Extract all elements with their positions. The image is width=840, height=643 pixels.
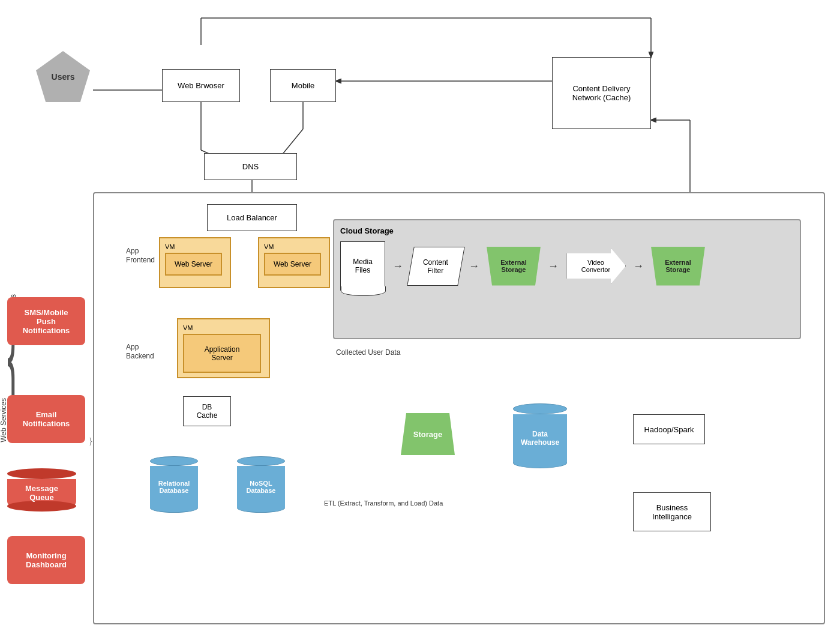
nosql-db-top <box>237 456 285 466</box>
arrow-2: → <box>469 260 479 273</box>
video-convertor-node: Video Convertor <box>566 248 626 284</box>
email-notifications-label: Email Notifications <box>23 410 70 428</box>
video-convertor-label: Video Convertor <box>581 259 610 273</box>
mq-top <box>7 468 76 479</box>
web-browser-node: Web Brwoser <box>162 69 240 102</box>
monitoring-dashboard-node: Monitoring Dashboard <box>7 536 85 584</box>
users-node: Users <box>36 51 90 102</box>
app-frontend-label: App Frontend <box>126 246 155 264</box>
app-server-label: Application Server <box>205 345 240 362</box>
relational-db-node: Relational Database <box>150 456 198 513</box>
business-intel-label: Business Intelligance <box>652 503 692 521</box>
web-services-curly: } <box>89 297 93 585</box>
web-server1-label: Web Server <box>175 260 212 268</box>
arrow-3: → <box>548 260 559 273</box>
nosql-db-body: NoSQL Database <box>237 466 285 508</box>
vm2-outer: VM Web Server <box>258 237 330 288</box>
users-label: Users <box>52 72 75 82</box>
web-server1-node: Web Server <box>165 253 222 276</box>
db-cache-node: DB Cache <box>183 396 231 426</box>
load-balancer-node: Load Balancer <box>207 204 297 231</box>
sms-notifications-node: SMS/Mobile Push Notifications <box>7 297 85 345</box>
nosql-db-label: NoSQL Database <box>247 480 276 494</box>
cloud-storage-area: Cloud Storage Media Files → Content Filt… <box>333 219 801 339</box>
app-server-node: Application Server <box>183 334 261 373</box>
message-queue-label: Message Queue <box>25 484 58 502</box>
content-filter-node: Content Filter <box>407 247 464 286</box>
hadoop-spark-label: Hadoop/Spark <box>644 425 694 434</box>
arrow-1: → <box>392 260 403 273</box>
dns-label: DNS <box>242 162 259 171</box>
web-server2-node: Web Server <box>264 253 321 276</box>
sms-notifications-label: SMS/Mobile Push Notifications <box>23 308 70 335</box>
diagram-container: Users Web Brwoser Mobile DNS Content Del… <box>0 0 840 643</box>
web-browser-label: Web Brwoser <box>178 81 224 90</box>
web-services-vert-label: Web Services <box>0 360 7 480</box>
external-storage1-node: External Storage <box>487 247 541 286</box>
data-warehouse-label: Data Warehouse <box>521 430 559 447</box>
cdn-node: Content Delivery Network (Cache) <box>552 57 651 129</box>
hadoop-spark-node: Hadoop/Spark <box>633 414 705 444</box>
dns-node: DNS <box>204 153 297 180</box>
db-cache-label: DB Cache <box>197 403 218 420</box>
app-backend-label: App Backend <box>126 342 154 360</box>
mobile-node: Mobile <box>270 69 336 102</box>
dw-top <box>513 403 567 414</box>
vm3-outer: VM Application Server <box>177 318 270 378</box>
dw-body: Data Warehouse <box>513 414 567 462</box>
vm1-outer: VM Web Server <box>159 237 231 288</box>
users-shape: Users <box>36 51 90 102</box>
external-storage2-label: External Storage <box>665 259 691 273</box>
message-queue-node: Message Queue <box>7 468 76 512</box>
arrow-4: → <box>633 260 644 273</box>
web-server2-label: Web Server <box>274 260 311 268</box>
mobile-label: Mobile <box>292 81 314 90</box>
collected-user-data-label: Collected User Data <box>336 348 400 357</box>
data-warehouse-node: Data Warehouse <box>513 403 567 468</box>
external-storage1-label: External Storage <box>500 259 526 273</box>
mq-bottom <box>7 501 76 512</box>
content-filter-label: Content Filter <box>423 258 448 274</box>
cloud-storage-label: Cloud Storage <box>340 226 794 235</box>
monitoring-dashboard-label: Monitoring Dashboard <box>26 551 67 569</box>
relational-db-label: Relational Database <box>158 480 190 494</box>
load-balancer-label: Load Balancer <box>227 213 277 222</box>
relational-db-top <box>150 456 198 466</box>
etl-label: ETL (Extract, Transform, and Load) Data <box>324 500 443 507</box>
external-storage2-node: External Storage <box>651 247 705 286</box>
storage-label: Storage <box>413 430 442 439</box>
cdn-label: Content Delivery Network (Cache) <box>572 84 631 102</box>
vm3-label: VM <box>183 324 264 331</box>
business-intel-node: Business Intelligance <box>633 492 711 531</box>
vm2-label: VM <box>264 243 324 250</box>
nosql-db-node: NoSQL Database <box>237 456 285 513</box>
media-files-label: Media Files <box>353 258 373 274</box>
email-notifications-node: Email Notifications <box>7 395 85 443</box>
media-files-node: Media Files <box>340 241 385 291</box>
vm1-label: VM <box>165 243 225 250</box>
relational-db-body: Relational Database <box>150 466 198 508</box>
storage-node: Storage <box>401 413 455 455</box>
